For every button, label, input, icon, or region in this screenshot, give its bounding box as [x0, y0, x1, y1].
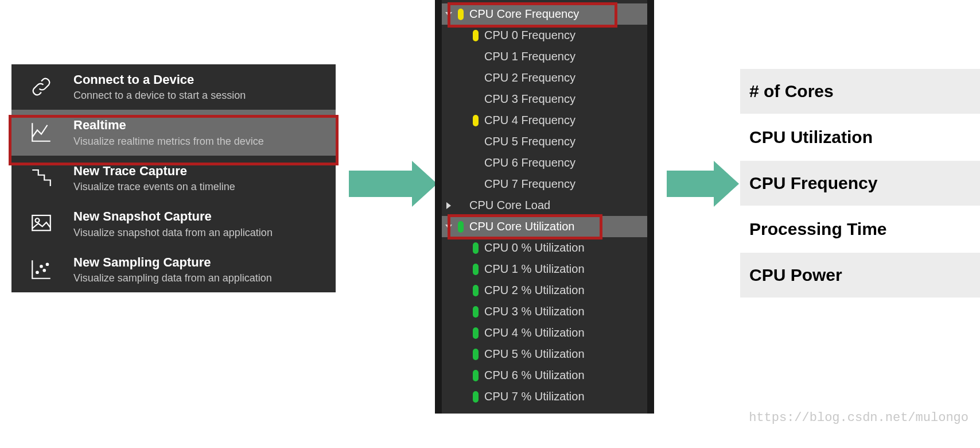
tree-node[interactable]: CPU 7 % Utilization: [442, 386, 647, 407]
svg-point-3: [40, 265, 42, 268]
menu-item-realtime[interactable]: Realtime Visualize realtime metrics from…: [11, 110, 336, 155]
metric-list: # of Cores CPU Utilization CPU Frequency…: [740, 69, 980, 299]
menu-item-title: New Trace Capture: [73, 164, 322, 179]
tree-node[interactable]: CPU 2 Frequency: [442, 67, 647, 88]
tree-node[interactable]: CPU 3 Frequency: [442, 88, 647, 110]
list-item-label: CPU Utilization: [749, 128, 873, 146]
session-menu: Connect to a Device Connect to a device …: [11, 64, 336, 292]
tree-node-label: CPU 5 % Utilization: [484, 347, 585, 361]
menu-item-title: Realtime: [73, 118, 322, 133]
color-marker-icon: [458, 9, 464, 20]
link-icon: [25, 72, 57, 101]
color-marker-icon: [473, 115, 479, 126]
svg-point-2: [36, 271, 38, 273]
tree-node-label: CPU 7 % Utilization: [484, 390, 585, 403]
tree-node[interactable]: CPU 1 Frequency: [442, 46, 647, 67]
color-marker-icon: [473, 94, 479, 105]
menu-item-subtitle: Connect to a device to start a session: [73, 90, 322, 102]
list-item-label: # of Cores: [749, 82, 834, 101]
color-marker-icon: [473, 370, 479, 381]
metric-tree: CPU Core Frequency CPU 0 Frequency CPU 1…: [435, 0, 654, 414]
color-marker-icon: [473, 72, 479, 84]
tree-node[interactable]: CPU 3 % Utilization: [442, 301, 647, 322]
color-marker-icon: [473, 51, 479, 63]
tree-node-label: CPU 0 Frequency: [484, 29, 575, 42]
color-marker-icon: [473, 242, 479, 254]
menu-item-subtitle: Visualize snapshot data from an applicat…: [73, 227, 322, 239]
menu-item-subtitle: Visualize trace events on a timeline: [73, 181, 322, 193]
list-item[interactable]: Processing Time: [740, 207, 980, 253]
tree-node-label: CPU 3 % Utilization: [484, 305, 585, 318]
svg-point-4: [44, 269, 46, 272]
list-item-label: Processing Time: [749, 219, 887, 238]
menu-item-sampling[interactable]: New Sampling Capture Visualize sampling …: [11, 247, 336, 292]
color-marker-icon: [473, 179, 479, 190]
tree-node-cpu-core-utilization[interactable]: CPU Core Utilization: [442, 216, 647, 237]
tree-node[interactable]: CPU 4 % Utilization: [442, 322, 647, 343]
tree-node-label: CPU 3 Frequency: [484, 92, 575, 106]
tree-node-label: CPU Core Frequency: [469, 7, 579, 21]
tree-node-label: CPU 4 % Utilization: [484, 326, 585, 339]
tree-node[interactable]: CPU 2 % Utilization: [442, 280, 647, 301]
tree-node-label: CPU 6 Frequency: [484, 156, 575, 169]
color-marker-icon: [473, 285, 479, 296]
color-marker-icon: [473, 306, 479, 318]
chart-icon: [25, 118, 57, 146]
tree-node-label: CPU 0 % Utilization: [484, 241, 585, 254]
tree-node-label: CPU 7 Frequency: [484, 177, 575, 191]
tree-node-cpu-core-frequency[interactable]: CPU Core Frequency: [442, 3, 647, 25]
tree-node[interactable]: CPU 0 % Utilization: [442, 237, 647, 258]
stairs-icon: [25, 164, 57, 192]
menu-item-connect[interactable]: Connect to a Device Connect to a device …: [11, 64, 336, 110]
tree-node[interactable]: CPU 5 Frequency: [442, 131, 647, 152]
tree-node[interactable]: CPU 4 Frequency: [442, 110, 647, 131]
menu-item-title: New Sampling Capture: [73, 255, 322, 270]
menu-item-trace[interactable]: New Trace Capture Visualize trace events…: [11, 156, 336, 201]
tree-node-label: CPU Core Load: [469, 199, 550, 212]
list-item[interactable]: CPU Power: [740, 253, 980, 299]
color-marker-icon: [473, 30, 479, 41]
color-marker-icon: [473, 136, 479, 148]
tree-node[interactable]: CPU 0 Frequency: [442, 25, 647, 46]
menu-item-title: New Snapshot Capture: [73, 209, 322, 224]
color-marker-icon: [458, 200, 464, 211]
tree-node-label: CPU 2 % Utilization: [484, 284, 585, 297]
tree-node-label: CPU 6 % Utilization: [484, 369, 585, 382]
color-marker-icon: [473, 327, 479, 339]
color-marker-icon: [458, 221, 464, 233]
image-icon: [25, 209, 57, 238]
arrow-icon: [349, 161, 437, 207]
svg-point-1: [36, 218, 40, 222]
scatter-icon: [25, 255, 57, 284]
svg-rect-0: [32, 215, 50, 230]
list-item-label: CPU Power: [749, 265, 842, 284]
tree-node-label: CPU 2 Frequency: [484, 71, 575, 84]
color-marker-icon: [473, 264, 479, 275]
color-marker-icon: [473, 157, 479, 169]
menu-item-subtitle: Visualize sampling data from an applicat…: [73, 272, 322, 284]
tree-node-label: CPU 5 Frequency: [484, 135, 575, 148]
list-item[interactable]: CPU Frequency: [740, 161, 980, 207]
tree-node-label: CPU 1 Frequency: [484, 50, 575, 63]
tree-node[interactable]: CPU 6 % Utilization: [442, 365, 647, 386]
tree-node-label: CPU 4 Frequency: [484, 114, 575, 127]
list-item[interactable]: CPU Utilization: [740, 115, 980, 161]
tree-node-cpu-core-load[interactable]: CPU Core Load: [442, 195, 647, 216]
tree-node[interactable]: CPU 5 % Utilization: [442, 343, 647, 365]
tree-node[interactable]: CPU 7 Frequency: [442, 173, 647, 195]
tree-node[interactable]: CPU 1 % Utilization: [442, 258, 647, 280]
tree-node-label: CPU 1 % Utilization: [484, 262, 585, 276]
list-item-label: CPU Frequency: [749, 173, 877, 192]
menu-item-subtitle: Visualize realtime metrics from the devi…: [73, 136, 322, 148]
menu-item-snapshot[interactable]: New Snapshot Capture Visualize snapshot …: [11, 201, 336, 246]
color-marker-icon: [473, 349, 479, 360]
arrow-icon: [667, 161, 739, 207]
menu-item-title: Connect to a Device: [73, 72, 322, 87]
svg-point-5: [46, 263, 49, 265]
tree-node[interactable]: CPU 6 Frequency: [442, 152, 647, 173]
list-item[interactable]: # of Cores: [740, 69, 980, 115]
watermark-text: https://blog.csdn.net/mulongo: [749, 411, 969, 425]
tree-node-label: CPU Core Utilization: [469, 220, 574, 233]
color-marker-icon: [473, 391, 479, 403]
